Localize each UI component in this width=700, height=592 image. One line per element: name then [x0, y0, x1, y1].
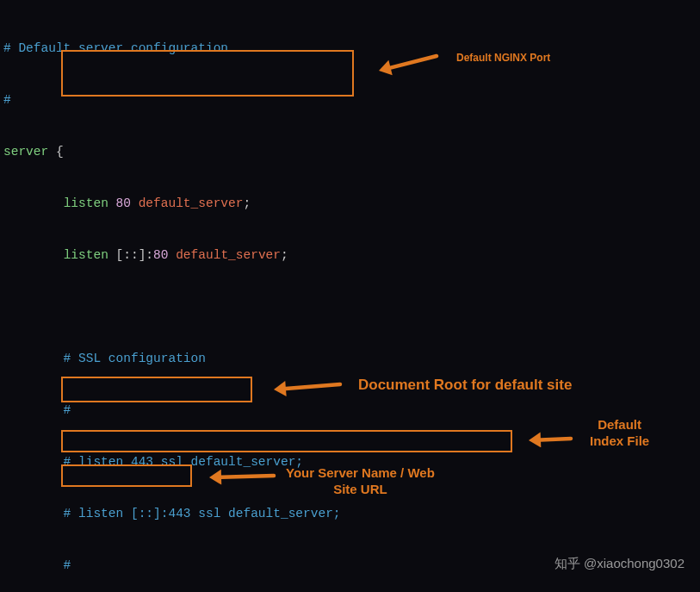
code-line: # Default server configuration — [3, 40, 697, 57]
code-line: # SSL configuration — [3, 350, 697, 367]
annotation-index-label: Default Index File — [590, 417, 649, 450]
code-line — [3, 298, 697, 315]
annotation-port-label: Default NGINX Port — [456, 52, 550, 65]
code-line: # listen [::]:443 ssl default_server; — [3, 505, 697, 522]
code-line: # — [3, 91, 697, 109]
code-line: listen [::]:80 default_server; — [3, 246, 697, 264]
annotation-server-label: Your Server Name / Web Site URL — [286, 465, 435, 498]
code-line: # — [3, 402, 697, 419]
watermark-label: 知乎 @xiaochong0302 — [554, 555, 685, 573]
annotation-root-label: Document Root for default site — [358, 376, 572, 394]
code-line: listen 80 default_server; — [3, 195, 697, 212]
code-editor: # Default server configuration # server … — [3, 5, 697, 592]
code-line: server { — [3, 143, 697, 160]
